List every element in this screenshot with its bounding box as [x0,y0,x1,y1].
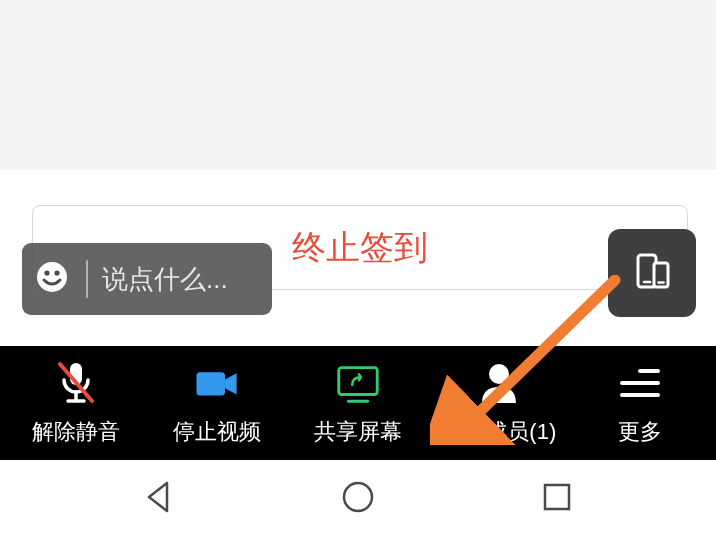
devices-icon [627,246,677,300]
manage-members-label: 管理成员(1) [441,417,556,447]
share-screen-icon [333,359,383,407]
svg-point-16 [489,364,509,384]
meeting-toolbar: 解除静音 停止视频 共享屏幕 管理成员(1) [0,346,716,460]
svg-point-2 [37,262,67,292]
svg-rect-21 [545,485,569,509]
chat-divider [86,260,88,298]
chat-placeholder: 说点什么... [102,262,228,297]
mic-muted-icon [51,359,101,407]
svg-point-4 [54,270,59,275]
share-screen-label: 共享屏幕 [314,417,402,447]
stop-video-label: 停止视频 [173,417,261,447]
nav-recent-button[interactable] [535,477,579,521]
svg-point-3 [44,270,49,275]
manage-members-button[interactable]: 管理成员(1) [428,359,569,447]
chat-input-pill[interactable]: 说点什么... [22,243,272,315]
nav-back-button[interactable] [137,477,181,521]
unmute-button[interactable]: 解除静音 [6,359,147,447]
more-button[interactable]: 更多 [569,359,710,447]
unmute-label: 解除静音 [32,417,120,447]
svg-point-20 [344,483,372,511]
person-icon [474,359,524,407]
home-icon [340,479,376,519]
share-screen-button[interactable]: 共享屏幕 [288,359,429,447]
smile-icon [36,261,68,297]
video-icon [192,359,242,407]
svg-rect-13 [197,372,226,395]
back-icon [141,479,177,519]
stop-signin-label: 终止签到 [292,225,428,271]
svg-rect-14 [339,368,377,395]
video-area [0,0,716,170]
middle-area: 终止签到 说点什么... [0,170,716,346]
device-switch-button[interactable] [608,229,696,317]
stop-video-button[interactable]: 停止视频 [147,359,288,447]
more-menu-icon [615,359,665,407]
recent-icon [539,479,575,519]
nav-home-button[interactable] [336,477,380,521]
more-label: 更多 [618,417,662,447]
android-navbar [0,460,716,537]
